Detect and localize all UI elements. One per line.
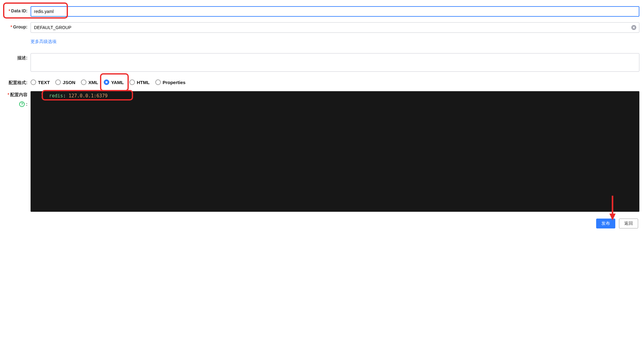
help-icon[interactable]: ?: [19, 101, 25, 107]
more-advanced-options-link[interactable]: 更多高级选项: [31, 38, 56, 45]
clear-icon[interactable]: [631, 25, 636, 30]
help-colon: :: [26, 102, 27, 107]
editor-code-line: redis: 127.0.0.1:6379: [49, 93, 108, 99]
radio-label: TEXT: [38, 80, 50, 85]
description-textarea[interactable]: [31, 53, 639, 72]
radio-label: HTML: [137, 80, 150, 85]
group-label: *Group:: [5, 22, 31, 29]
config-content-editor[interactable]: 1 redis: 127.0.0.1:6379: [31, 91, 639, 212]
data-id-input[interactable]: [31, 6, 639, 17]
radio-label: Properties: [163, 80, 186, 85]
editor-line-number: 1: [36, 93, 49, 99]
radio-label: XML: [88, 80, 98, 85]
description-label: 描述:: [5, 53, 31, 61]
radio-icon: [155, 79, 161, 85]
config-content-label: *配置内容 ? :: [5, 91, 31, 107]
back-button[interactable]: 返回: [619, 219, 638, 228]
format-radio-json[interactable]: JSON: [55, 79, 75, 85]
publish-button[interactable]: 发布: [596, 219, 615, 228]
radio-icon: [104, 79, 109, 85]
config-format-radio-group: TEXTJSONXMLYAMLHTMLProperties: [31, 78, 639, 85]
radio-label: JSON: [63, 80, 75, 85]
data-id-label: *Data ID:: [5, 6, 31, 13]
format-radio-yaml[interactable]: YAML: [104, 79, 124, 85]
radio-icon: [31, 79, 36, 85]
config-format-label: 配置格式:: [5, 78, 31, 86]
format-radio-html[interactable]: HTML: [129, 79, 150, 85]
radio-icon: [55, 79, 61, 85]
radio-label: YAML: [111, 80, 124, 85]
group-input[interactable]: [31, 22, 639, 33]
format-radio-xml[interactable]: XML: [81, 79, 98, 85]
format-radio-properties[interactable]: Properties: [155, 79, 186, 85]
radio-icon: [129, 79, 135, 85]
format-radio-text[interactable]: TEXT: [31, 79, 50, 85]
radio-icon: [81, 79, 86, 85]
